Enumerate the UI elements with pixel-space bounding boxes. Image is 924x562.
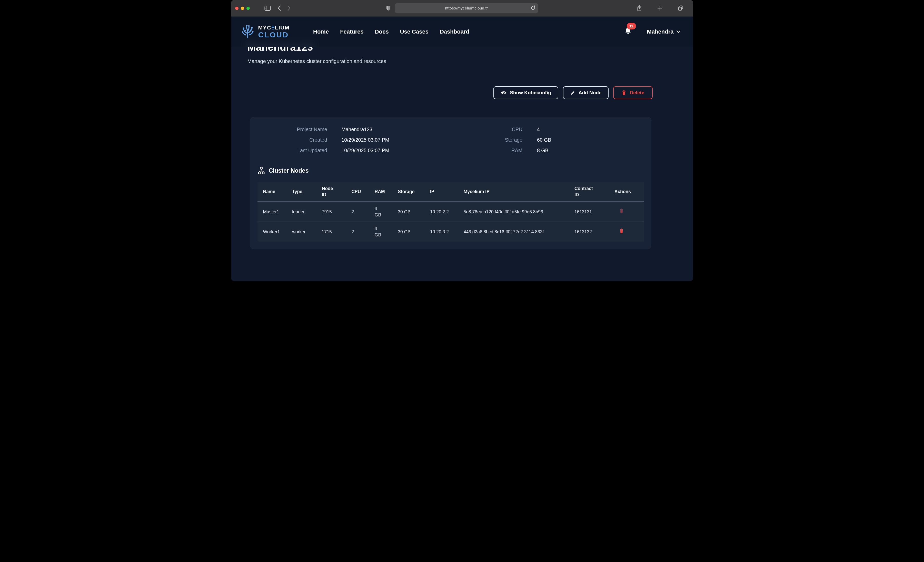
delete-node-button[interactable] (619, 228, 624, 234)
detail-value: 10/29/2025 03:07 PM (342, 148, 439, 154)
cell-name: Master1 (258, 202, 290, 222)
delete-node-button[interactable] (619, 208, 624, 214)
nav-link-docs[interactable]: Docs (375, 28, 389, 35)
notification-badge: 11 (627, 23, 636, 30)
delete-label: Delete (630, 90, 644, 96)
forward-button[interactable] (288, 5, 291, 11)
brand-logo[interactable]: MYCLIUM CLOUD (240, 24, 290, 39)
brand-line1: MYCLIUM (258, 25, 290, 30)
new-tab-icon (657, 5, 663, 11)
user-name: Mahendra (647, 28, 674, 35)
cell-type: leader (290, 202, 319, 222)
detail-label: Created (250, 137, 327, 143)
cell-contract-id: 1613131 (572, 202, 612, 222)
nav-link-dashboard[interactable]: Dashboard (440, 28, 469, 35)
sidebar-icon (264, 5, 271, 11)
cell-name: Worker1 (258, 222, 290, 242)
col-cpu: CPU (349, 182, 372, 202)
close-window-button[interactable] (235, 7, 238, 10)
detail-label: Project Name (250, 127, 327, 132)
col-actions: Actions (612, 182, 644, 202)
add-node-button[interactable]: Add Node (563, 86, 609, 99)
detail-value: 8 GB (537, 148, 644, 154)
details-right-column: CPU 4 Storage 60 GB RAM 8 GB (454, 127, 644, 154)
show-kubeconfig-button[interactable]: Show Kubeconfig (494, 86, 558, 99)
detail-value: 4 (537, 127, 644, 132)
page-subtitle: Manage your Kubernetes cluster configura… (248, 58, 677, 64)
minimize-window-button[interactable] (241, 7, 244, 10)
col-contract-id: Contract ID (572, 182, 612, 202)
nav-link-home[interactable]: Home (313, 28, 329, 35)
brand-wordmark: MYCLIUM CLOUD (258, 25, 290, 39)
cell-ip: 10.20.2.2 (428, 202, 461, 222)
delete-cluster-button[interactable]: Delete (613, 86, 652, 99)
tabs-icon (678, 5, 684, 11)
col-storage: Storage (395, 182, 428, 202)
chevron-down-icon (676, 30, 680, 33)
tab-overview-button[interactable] (678, 5, 684, 11)
stylized-e-icon (272, 25, 274, 30)
share-button[interactable] (636, 5, 642, 12)
cluster-nodes-table: Name Type Node ID CPU RAM Storage IP Myc… (258, 182, 644, 242)
table-row: Master1 leader 7915 2 4 GB 30 GB 10.20.2… (258, 202, 644, 222)
detail-value: Mahendra123 (342, 127, 439, 132)
cell-node-id: 7915 (319, 202, 349, 222)
reload-icon[interactable] (531, 5, 536, 11)
cell-cpu: 2 (349, 202, 372, 222)
show-kubeconfig-label: Show Kubeconfig (510, 90, 551, 96)
detail-label: RAM (454, 148, 522, 154)
back-icon (278, 5, 281, 11)
brand-line2: CLOUD (258, 31, 290, 39)
table-header-row: Name Type Node ID CPU RAM Storage IP Myc… (258, 182, 644, 202)
user-menu[interactable]: Mahendra (647, 28, 680, 35)
col-ram: RAM (372, 182, 395, 202)
cell-actions (612, 222, 644, 242)
cell-mycelium-ip: 5d8:78ea:a120:f40c:ff0f:a5fe:99e6:8b96 (461, 202, 572, 222)
cell-mycelium-ip: 446:d2a6:8bcd:8c16:ff0f:72e2:3114:863f (461, 222, 572, 242)
trash-icon (619, 208, 624, 214)
cell-cpu: 2 (349, 222, 372, 242)
col-type: Type (290, 182, 319, 202)
detail-value: 10/29/2025 03:07 PM (342, 137, 439, 143)
col-name: Name (258, 182, 290, 202)
cell-type: worker (290, 222, 319, 242)
detail-label: CPU (454, 127, 522, 132)
nav-link-features[interactable]: Features (340, 28, 364, 35)
trash-icon (619, 228, 624, 234)
new-tab-button[interactable] (657, 5, 663, 11)
cell-ram: 4 GB (372, 202, 395, 222)
address-bar[interactable]: https://myceliumcloud.tf (394, 3, 538, 13)
zoom-window-button[interactable] (246, 7, 250, 10)
notifications-button[interactable]: 11 (624, 27, 632, 37)
details-left-column: Project Name Mahendra123 Created 10/29/2… (250, 127, 439, 154)
traffic-lights (235, 7, 250, 10)
detail-label: Last Updated (250, 148, 327, 154)
eye-icon (501, 90, 507, 95)
cell-node-id: 1715 (319, 222, 349, 242)
logo-tree-icon (240, 24, 255, 39)
col-ip: IP (428, 182, 461, 202)
back-button[interactable] (278, 5, 281, 11)
cluster-nodes-icon (258, 167, 265, 175)
trash-icon (621, 90, 627, 96)
app-navbar: MYCLIUM CLOUD Home Features Docs Use Cas… (231, 16, 693, 47)
detail-label: Storage (454, 137, 522, 143)
cell-ram: 4 GB (372, 222, 395, 242)
detail-value: 60 GB (537, 137, 644, 143)
add-node-label: Add Node (579, 90, 602, 96)
cluster-info-card: Project Name Mahendra123 Created 10/29/2… (250, 117, 651, 249)
pencil-icon (570, 90, 576, 96)
browser-window: https://myceliumcloud.tf (231, 0, 693, 281)
cluster-actions: Show Kubeconfig Add Node Delete (247, 86, 652, 99)
cell-contract-id: 1613132 (572, 222, 612, 242)
cluster-details: Project Name Mahendra123 Created 10/29/2… (250, 127, 651, 154)
cell-ip: 10.20.3.2 (428, 222, 461, 242)
col-node-id: Node ID (319, 182, 349, 202)
nav-link-use-cases[interactable]: Use Cases (400, 28, 429, 35)
cell-actions (612, 202, 644, 222)
col-mycelium-ip: Mycelium IP (461, 182, 572, 202)
forward-icon (288, 5, 291, 11)
shield-icon[interactable] (386, 5, 391, 11)
sidebar-toggle-button[interactable] (264, 5, 271, 11)
cluster-detail-page: Mahendra123 Manage your Kubernetes clust… (231, 41, 693, 249)
